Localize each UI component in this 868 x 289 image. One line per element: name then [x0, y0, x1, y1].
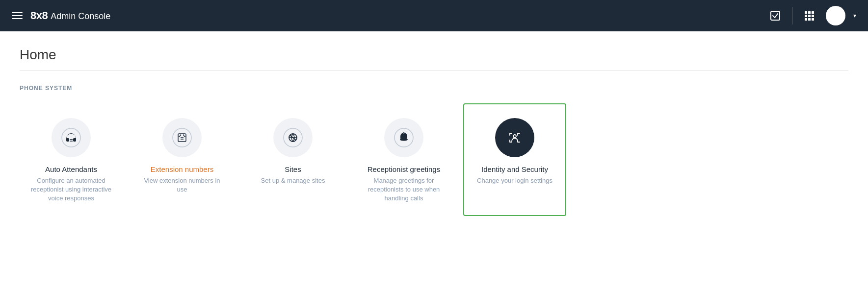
svg-point-23: [183, 139, 184, 140]
cards-grid: Auto Attendants Configure an automated r…: [20, 103, 848, 216]
avatar[interactable]: [826, 6, 845, 25]
identity-security-title: Identity and Security: [481, 165, 548, 173]
svg-point-14: [70, 141, 71, 142]
svg-rect-0: [771, 11, 780, 20]
receptionist-greetings-title: Receptionist greetings: [368, 165, 440, 173]
auto-attendants-desc: Configure an automated receptionist usin…: [30, 176, 112, 203]
sites-icon: [273, 118, 313, 157]
section-divider: [20, 71, 848, 71]
sites-desc: Set up & manage sites: [261, 176, 325, 185]
svg-rect-5: [808, 15, 811, 17]
card-identity-security[interactable]: Identity and Security Change your login …: [463, 103, 566, 216]
card-sites[interactable]: Sites Set up & manage sites: [241, 103, 344, 216]
svg-point-20: [183, 137, 184, 138]
svg-point-12: [71, 139, 72, 140]
svg-point-19: [182, 137, 183, 138]
svg-rect-6: [812, 15, 814, 17]
section-label: PHONE SYSTEM: [20, 85, 848, 92]
svg-rect-1: [805, 11, 807, 14]
svg-rect-3: [812, 11, 814, 14]
svg-point-31: [513, 135, 516, 138]
svg-point-18: [181, 137, 182, 138]
extension-numbers-icon: [162, 118, 202, 157]
page-title: Home: [20, 47, 848, 63]
identity-security-icon: [495, 118, 534, 157]
card-auto-attendants[interactable]: Auto Attendants Configure an automated r…: [20, 103, 123, 216]
svg-point-29: [400, 139, 408, 141]
hamburger-menu-icon[interactable]: [12, 12, 23, 19]
receptionist-greetings-desc: Manage greetings for receptionists to us…: [363, 176, 445, 203]
svg-rect-30: [403, 132, 405, 134]
svg-point-15: [71, 141, 72, 142]
logo: 8x8Admin Console: [30, 9, 110, 22]
svg-point-22: [182, 139, 183, 140]
main-content: Home PHONE SYSTEM: [0, 31, 868, 289]
card-extension-numbers[interactable]: Extension numbers View extension numbers…: [131, 103, 234, 216]
svg-rect-4: [805, 15, 807, 17]
sites-title: Sites: [285, 165, 301, 173]
svg-point-13: [72, 139, 73, 140]
avatar-caret[interactable]: ▾: [853, 12, 856, 19]
header: 8x8Admin Console: [0, 0, 868, 31]
svg-point-21: [181, 139, 182, 140]
svg-rect-2: [808, 11, 811, 14]
extension-numbers-desc: View extension numbers in use: [141, 176, 223, 194]
header-left: 8x8Admin Console: [12, 9, 110, 22]
grid-icon[interactable]: [800, 7, 818, 24]
receptionist-greetings-icon: [384, 118, 423, 157]
svg-point-16: [72, 141, 73, 142]
svg-rect-9: [812, 18, 814, 21]
identity-security-desc: Change your login settings: [477, 176, 552, 185]
logo-text: 8x8: [30, 9, 48, 22]
app-name: Admin Console: [51, 11, 110, 21]
svg-rect-8: [808, 18, 811, 21]
svg-rect-7: [805, 18, 807, 21]
extension-numbers-title: Extension numbers: [151, 165, 213, 173]
header-divider: [792, 7, 792, 24]
check-square-icon[interactable]: [766, 7, 784, 24]
auto-attendants-title: Auto Attendants: [45, 165, 97, 173]
header-right: ▾: [766, 6, 856, 25]
svg-point-11: [70, 139, 71, 140]
svg-point-10: [62, 128, 80, 147]
auto-attendants-icon: [52, 118, 91, 157]
card-receptionist-greetings[interactable]: Receptionist greetings Manage greetings …: [352, 103, 455, 216]
